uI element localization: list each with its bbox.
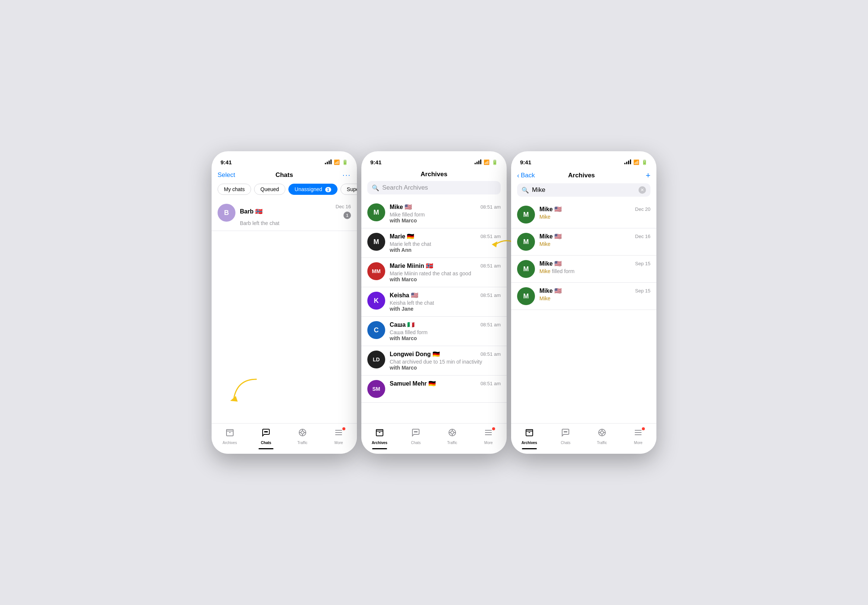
nav-archives-3[interactable]: Archives [511, 427, 548, 446]
chat-time-mike-sep15: Sep 15 [635, 288, 651, 293]
nav-chats-1[interactable]: Chats [248, 427, 285, 446]
battery-icon-2: 🔋 [492, 160, 498, 165]
chat-name-row-marie-miinin: Marie Miinin 🇳🇴 08:51 am [390, 262, 501, 269]
tab-my-chats[interactable]: My chats [217, 184, 251, 195]
tab-queued[interactable]: Queued [254, 184, 285, 195]
tab-supervise[interactable]: Supervise [341, 184, 357, 195]
svg-point-15 [414, 431, 415, 432]
chat-time-mike-dec16: Dec 16 [635, 234, 651, 239]
nav-more-3[interactable]: More [620, 427, 657, 446]
chat-name-row-barb: Barb 🇳🇴 Dec 16 1 [240, 204, 351, 219]
avatar-sasha: C [367, 321, 385, 339]
status-time-3: 9:41 [520, 159, 531, 165]
chat-preview-mike: Mike filled formwith Marco [390, 212, 501, 223]
chat-item-marie[interactable]: M Marie 🇩🇪 08:51 am Marie left the chatw… [361, 228, 507, 258]
avatar-barb: B [217, 204, 236, 222]
nav-label-more-2: More [484, 441, 493, 445]
chat-name-mike-dec20: Mike 🇺🇸 [539, 206, 562, 213]
svg-rect-0 [226, 430, 233, 431]
tab-unassigned[interactable]: Unassigned 1 [288, 184, 338, 195]
chat-preview-marie: Marie left the chatwith Ann [390, 241, 501, 253]
nav-traffic-1[interactable]: Traffic [284, 427, 321, 446]
avatar-marie: M [367, 233, 385, 251]
nav-chats-3[interactable]: Chats [548, 427, 584, 446]
nav-chats-2[interactable]: Chats [398, 427, 434, 446]
chat-preview-longwei: Chat archived due to 15 min of inactivit… [390, 359, 501, 371]
chat-name-row-sasha: Саша 🇮🇹 08:51 am [390, 321, 501, 328]
phone-1: 9:41 📶 🔋 Select Chats ··· [212, 151, 357, 454]
filter-tabs: My chats Queued Unassigned 1 Supervise [212, 182, 357, 199]
chat-item-mike-sep15[interactable]: M Mike 🇺🇸 Sep 15 Mike [511, 283, 656, 310]
chat-preview-barb: Barb left the chat [240, 220, 351, 226]
nav-label-chats-1: Chats [261, 441, 271, 445]
avatar-keisha: K [367, 292, 385, 310]
avatar-mike: M [367, 203, 385, 221]
page-title-2: Archives [390, 171, 478, 178]
archives-icon-3 [525, 428, 534, 439]
svg-point-2 [266, 431, 267, 432]
header-2: Archives [361, 168, 507, 181]
search-bar-3[interactable]: 🔍 Mike ✕ [517, 183, 651, 197]
chat-item-longwei[interactable]: LD Longwei Dong 🇩🇪 08:51 am Chat archive… [361, 346, 507, 375]
nav-more-2[interactable]: More [471, 427, 507, 446]
status-bar-3: 9:41 📶 🔋 [511, 151, 656, 168]
chat-preview-mike-dec20: Mike [539, 214, 651, 220]
status-time-1: 9:41 [220, 159, 232, 165]
nav-indicator-2 [372, 448, 387, 449]
avatar-mike-sep15: M [517, 287, 535, 305]
chat-time-keisha: 08:51 am [480, 292, 501, 298]
nav-archives-1[interactable]: Archives [212, 427, 248, 446]
chat-item-samuel[interactable]: SM Samuel Mehr 🇩🇪 08:51 am [361, 375, 507, 403]
chat-item-mike-sep15-form[interactable]: M Mike 🇺🇸 Sep 15 Mike filled form [511, 256, 656, 283]
back-button[interactable]: ‹ Back [517, 172, 535, 180]
chat-name-row-mike-dec20: Mike 🇺🇸 Dec 20 [539, 206, 651, 213]
search-input-3[interactable]: Mike [532, 186, 636, 194]
chat-time-marie-miinin: 08:51 am [480, 263, 501, 268]
more-options-button[interactable]: ··· [329, 171, 351, 179]
nav-indicator-3 [522, 448, 537, 449]
chat-badge-barb: 1 [344, 212, 351, 219]
more-icon-2 [484, 428, 493, 439]
avatar-longwei: LD [367, 351, 385, 368]
add-button[interactable]: + [628, 171, 651, 180]
search-bar-2[interactable]: 🔍 Search Archives [367, 181, 501, 194]
nav-archives-2[interactable]: Archives [361, 427, 398, 446]
nav-traffic-3[interactable]: Traffic [584, 427, 620, 446]
chat-item-keisha[interactable]: K Keisha 🇺🇸 08:51 am Keisha left the cha… [361, 287, 507, 316]
chat-preview-mike-dec16: Mike [539, 241, 651, 247]
select-button[interactable]: Select [217, 171, 240, 179]
chat-item-sasha[interactable]: C Саша 🇮🇹 08:51 am Саша filled formwith … [361, 316, 507, 346]
svg-point-19 [451, 431, 454, 434]
more-dot-3 [642, 427, 645, 430]
nav-more-1[interactable]: More [321, 427, 357, 446]
nav-traffic-2[interactable]: Traffic [434, 427, 471, 446]
chat-name-row-samuel: Samuel Mehr 🇩🇪 08:51 am [390, 380, 501, 387]
chats-icon-1 [262, 428, 270, 439]
avatar-marie-miinin: MM [367, 262, 385, 280]
clear-search-button[interactable]: ✕ [639, 186, 646, 194]
chat-item-barb[interactable]: B Barb 🇳🇴 Dec 16 1 Barb left the chat [212, 199, 357, 231]
chat-item-mike-dec16[interactable]: M Mike 🇺🇸 Dec 16 Mike [511, 228, 656, 256]
back-label[interactable]: Back [521, 172, 535, 179]
chat-preview-marie-miinin: Marie Miinin rated the chat as goodwith … [390, 270, 501, 282]
chat-name-row-marie: Marie 🇩🇪 08:51 am [390, 233, 501, 240]
chat-preview-keisha: Keisha left the chatwith Jane [390, 300, 501, 312]
status-icons-3: 📶 🔋 [625, 160, 648, 165]
search-icon-3: 🔍 [522, 187, 529, 194]
more-dot-1 [343, 427, 345, 430]
chat-item-marie-miinin[interactable]: MM Marie Miinin 🇳🇴 08:51 am Marie Miinin… [361, 258, 507, 287]
status-icons-2: 📶 🔋 [474, 160, 498, 165]
search-input-2[interactable]: Search Archives [382, 184, 496, 191]
traffic-icon-2 [448, 428, 457, 439]
chat-name-row-mike: Mike 🇺🇸 08:51 am [390, 203, 501, 211]
chat-content-samuel: Samuel Mehr 🇩🇪 08:51 am [390, 380, 501, 388]
chat-list-3: M Mike 🇺🇸 Dec 20 Mike M [511, 201, 656, 423]
chat-list-2: M Mike 🇺🇸 08:51 am Mike filled formwith … [361, 199, 507, 423]
chat-item-mike[interactable]: M Mike 🇺🇸 08:51 am Mike filled formwith … [361, 199, 507, 228]
chat-time-mike-dec20: Dec 20 [635, 206, 651, 212]
chat-name-row-mike-sep15: Mike 🇺🇸 Sep 15 [539, 287, 651, 294]
chat-name-mike-sep15: Mike 🇺🇸 [539, 287, 562, 294]
chat-name-longwei: Longwei Dong 🇩🇪 [390, 351, 440, 358]
svg-point-16 [415, 431, 416, 432]
chat-item-mike-dec20[interactable]: M Mike 🇺🇸 Dec 20 Mike [511, 201, 656, 228]
